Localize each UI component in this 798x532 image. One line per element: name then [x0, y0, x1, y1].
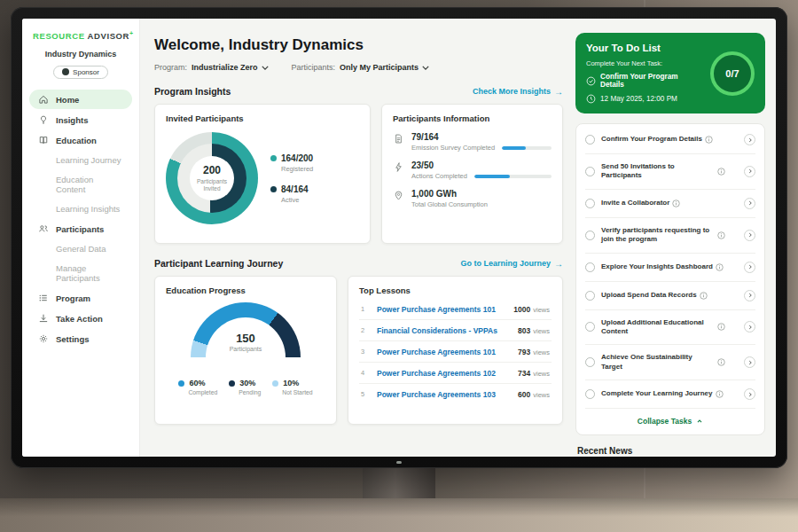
info-icon[interactable] [716, 263, 724, 271]
info-icon[interactable] [672, 200, 680, 207]
sidebar-item-learning-insights[interactable]: Learning Insights [29, 200, 132, 218]
gauge-center-value: 150 [191, 332, 301, 345]
task-row[interactable]: Send 50 Invitations to Participants [585, 154, 755, 190]
page-title: Welcome, Industry Dynamics [154, 36, 563, 54]
chevron-right-icon[interactable] [744, 198, 755, 209]
sidebar: RESOURCE ADVISOR+ Industry Dynamics Spon… [22, 19, 140, 457]
chevron-right-icon[interactable] [744, 388, 755, 400]
todo-summary-card: Your To Do List Complete Your Next Task:… [575, 33, 765, 113]
task-checkbox[interactable] [585, 291, 595, 301]
sidebar-item-label: Settings [56, 334, 89, 344]
info-icon[interactable] [700, 292, 708, 300]
task-row[interactable]: Upload Additional Educational Content [585, 310, 755, 346]
sidebar-item-take-action[interactable]: Take Action [29, 309, 132, 328]
home-icon [38, 94, 49, 105]
emission-survey-row: 79/164 Emission Survey Completed [393, 132, 552, 152]
task-row[interactable]: Complete Your Learning Journey [585, 380, 755, 409]
sidebar-item-participants[interactable]: Participants [29, 219, 132, 239]
sidebar-item-manage-participants[interactable]: Manage Participants [29, 259, 132, 287]
lesson-link[interactable]: Power Purchase Agreements 102 [377, 369, 511, 378]
lesson-row[interactable]: 2 Financial Considerations - VPPAs 803vi… [359, 320, 552, 341]
filters: Program: Industrialize Zero Participants… [154, 63, 563, 72]
brand-secondary: ADVISOR [88, 31, 129, 41]
legend-dot [178, 380, 184, 387]
info-icon[interactable] [705, 136, 713, 144]
chevron-right-icon[interactable] [744, 230, 755, 241]
legend-completed: 60% Completed [178, 379, 217, 395]
task-checkbox[interactable] [585, 167, 595, 176]
top-lessons-card: Top Lessons 1 Power Purchase Agreements … [348, 276, 563, 425]
participants-filter: Participants: Only My Participants [292, 63, 430, 72]
lesson-link[interactable]: Power Purchase Agreements 101 [377, 348, 511, 356]
sidebar-item-insights[interactable]: Insights [29, 110, 132, 129]
task-row[interactable]: Confirm Your Program Details [585, 126, 755, 154]
scene: RESOURCE ADVISOR+ Industry Dynamics Spon… [0, 0, 798, 532]
right-panel: Your To Do List Complete Your Next Task:… [575, 19, 776, 457]
legend-registered: 164/200 Registered [270, 153, 313, 173]
task-checkbox[interactable] [585, 135, 595, 145]
task-checkbox[interactable] [585, 322, 595, 332]
info-icon[interactable] [717, 231, 725, 239]
donut-center-label: Participants Invited [193, 178, 231, 192]
chevron-right-icon[interactable] [744, 356, 755, 368]
sidebar-item-general-data[interactable]: General Data [29, 239, 132, 258]
actions-progress-bar [474, 175, 552, 178]
sidebar-item-settings[interactable]: Settings [29, 329, 132, 348]
sidebar-item-label: Home [56, 95, 79, 105]
sidebar-nav: Home Insights Education Learning Journey [22, 90, 139, 348]
sidebar-item-education-content[interactable]: Education Content [29, 170, 132, 199]
recent-news-title: Recent News [577, 446, 763, 456]
lesson-row[interactable]: 4 Power Purchase Agreements 102 734views [359, 363, 552, 384]
collapse-tasks-button[interactable]: Collapse Tasks [585, 409, 755, 434]
actions-completed-row: 23/50 Actions Completed [393, 160, 552, 180]
survey-icon [393, 133, 404, 145]
chevron-right-icon[interactable] [744, 166, 755, 177]
task-row[interactable]: Verify participants requesting to join t… [585, 218, 755, 254]
lesson-link[interactable]: Power Purchase Agreements 103 [377, 390, 511, 399]
chevron-right-icon[interactable] [744, 134, 755, 145]
task-row[interactable]: Invite a Collaborator [585, 190, 755, 218]
legend-dot [272, 380, 278, 387]
task-row[interactable]: Upload Spend Data Records [585, 282, 755, 310]
check-more-insights-link[interactable]: Check More Insights → [473, 87, 563, 97]
info-icon[interactable] [716, 390, 724, 398]
info-icon[interactable] [717, 323, 725, 331]
arrow-right-icon: → [554, 259, 563, 269]
participants-dropdown[interactable]: Only My Participants [340, 63, 429, 72]
lesson-row[interactable]: 1 Power Purchase Agreements 101 1000view… [359, 299, 552, 320]
org-name: Industry Dynamics [22, 50, 139, 59]
participants-dropdown-value: Only My Participants [340, 63, 419, 72]
sidebar-item-label: Manage Participants [56, 263, 123, 283]
sidebar-item-program[interactable]: Program [29, 288, 132, 308]
todo-next-task: Confirm Your Program Details [600, 73, 700, 89]
sponsor-badge[interactable]: Sponsor [53, 66, 108, 79]
sidebar-item-label: Learning Journey [56, 155, 121, 165]
sidebar-item-home[interactable]: Home [29, 90, 132, 109]
chevron-right-icon[interactable] [744, 290, 755, 301]
education-progress-card: Education Progress 150 Participants [154, 276, 337, 425]
program-filter-label: Program: [154, 63, 187, 72]
info-icon[interactable] [717, 358, 725, 366]
lesson-link[interactable]: Power Purchase Agreements 101 [377, 305, 506, 314]
global-consumption-row: 1,000 GWh Total Global Consumption [393, 189, 552, 208]
task-checkbox[interactable] [585, 389, 595, 399]
task-row[interactable]: Achieve One Sustainability Target [585, 345, 755, 380]
lesson-row[interactable]: 5 Power Purchase Agreements 103 600views [359, 384, 552, 404]
chevron-right-icon[interactable] [744, 262, 755, 273]
task-checkbox[interactable] [585, 357, 595, 367]
lesson-row[interactable]: 3 Power Purchase Agreements 101 793views [359, 341, 552, 363]
brand-primary: RESOURCE [33, 31, 85, 41]
info-icon[interactable] [717, 168, 725, 176]
task-checkbox[interactable] [585, 262, 595, 272]
go-to-learning-journey-link[interactable]: Go to Learning Journey → [460, 259, 563, 269]
lesson-link[interactable]: Financial Considerations - VPPAs [377, 326, 511, 335]
task-checkbox[interactable] [585, 231, 595, 240]
program-dropdown[interactable]: Industrialize Zero [192, 63, 269, 72]
sidebar-item-education[interactable]: Education [29, 130, 132, 150]
sidebar-item-learning-journey[interactable]: Learning Journey [29, 151, 132, 169]
sidebar-item-label: Education [56, 136, 97, 145]
gauge-center-label: Participants [191, 346, 301, 352]
task-row[interactable]: Explore Your Insights Dashboard [585, 254, 755, 282]
chevron-right-icon[interactable] [744, 321, 755, 332]
task-checkbox[interactable] [585, 199, 595, 208]
